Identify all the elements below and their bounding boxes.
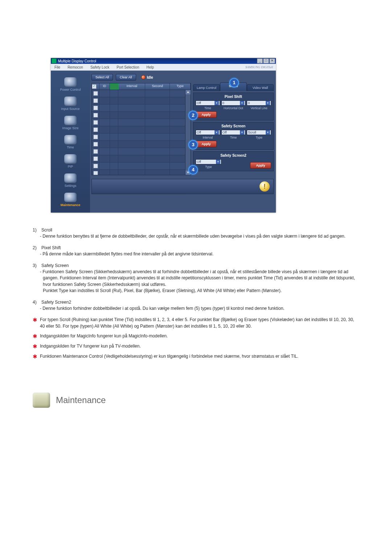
row-checkbox[interactable]	[93, 91, 98, 96]
grid-header: ✓ ID Interval Second Type	[92, 83, 191, 90]
maintenance-icon	[64, 193, 77, 202]
table-row[interactable]	[92, 90, 191, 97]
table-row[interactable]	[92, 119, 191, 126]
sidebar-item-label: Input Source	[51, 107, 90, 111]
callout-3: 3	[188, 140, 198, 149]
row-checkbox[interactable]	[93, 98, 98, 103]
star-icon	[33, 333, 40, 340]
sidebar-item-time[interactable]: Time	[51, 133, 90, 152]
row-checkbox[interactable]	[93, 156, 98, 161]
power-icon	[64, 77, 77, 87]
star-note-body: Indgangskilden for TV fungerer kun på TV…	[40, 343, 359, 350]
col-second: Second	[145, 83, 170, 90]
row-checkbox[interactable]	[93, 106, 98, 110]
table-row[interactable]	[92, 126, 191, 134]
table-row[interactable]	[92, 134, 191, 141]
close-button[interactable]: ✕	[269, 58, 275, 63]
grid-scrollbar[interactable]: ▲ ▼	[185, 90, 191, 175]
table-row[interactable]	[92, 141, 191, 148]
pixel-shift-time-select[interactable]: Off▾	[196, 100, 220, 106]
safety-screen-type-select[interactable]: Scroll▾	[247, 130, 271, 135]
menu-file[interactable]: File	[51, 65, 64, 70]
clear-all-button[interactable]: Clear All	[116, 74, 136, 81]
menu-help[interactable]: Help	[143, 65, 158, 70]
brand-label: SAMSUNG DIGITall	[245, 65, 276, 69]
header-checkbox[interactable]: ✓	[92, 84, 97, 89]
menubar: File Remocon Safety Lock Port Selection …	[51, 64, 276, 71]
doc-item-4: 4) Safety Screen2 Denne funktion forhind…	[33, 299, 359, 312]
table-row[interactable]	[92, 97, 191, 104]
sidebar-item-pip[interactable]: PIP	[51, 152, 90, 171]
minimize-button[interactable]: _	[257, 58, 263, 63]
sidebar-item-maintenance[interactable]: Maintenance	[51, 190, 90, 210]
pixel-shift-apply-button[interactable]: Apply	[196, 111, 217, 118]
sidebar-item-settings[interactable]: Settings	[51, 171, 90, 190]
callout-2: 2	[188, 111, 198, 120]
col-interval: Interval	[119, 83, 145, 90]
idle-dot-icon	[141, 75, 146, 79]
field-label: Horizontal Dot	[224, 106, 243, 110]
sidebar: Power Control Input Source Image Size Ti…	[51, 71, 90, 213]
settings-icon	[64, 173, 77, 183]
chevron-down-icon: ▾	[240, 101, 244, 105]
safety-screen-apply-button[interactable]: Apply	[196, 141, 217, 147]
star-note-body: Funktionen Maintenance Control (Vedligeh…	[40, 353, 359, 360]
chevron-down-icon: ▾	[266, 130, 270, 135]
tab-video-wall[interactable]: Video Wall	[247, 84, 274, 91]
row-checkbox[interactable]	[93, 171, 98, 175]
field-label: Type	[256, 136, 262, 139]
sidebar-item-image-size[interactable]: Image Size	[51, 114, 90, 133]
field-label: Interval	[203, 136, 213, 139]
menu-safety-lock[interactable]: Safety Lock	[87, 65, 113, 70]
table-row[interactable]	[92, 104, 191, 112]
star-note-1: For typen Scroll (Rulning) kan punktet T…	[33, 317, 359, 329]
col-id: ID	[99, 83, 110, 90]
panel-pixel-shift: Pixel Shift Off▾ Time 0▾ Horizontal Dot	[193, 93, 274, 120]
star-icon	[33, 353, 40, 360]
safety-screen-time-select[interactable]: Off▾	[221, 130, 246, 135]
row-checkbox[interactable]	[93, 149, 98, 154]
pixel-shift-vline-select[interactable]: 0▾	[247, 100, 271, 106]
chevron-down-icon: ▾	[240, 130, 244, 135]
maximize-button[interactable]: □	[263, 58, 269, 63]
table-row[interactable]	[92, 155, 191, 163]
table-row[interactable]	[92, 170, 191, 175]
doc-item-2: 2) Pixel Shift På denne måde kan skærmbi…	[33, 245, 359, 258]
safety-screen-interval-select[interactable]: Off▾	[196, 130, 220, 135]
app-icon	[52, 58, 57, 63]
idle-label: Idle	[147, 75, 153, 79]
sidebar-item-input-source[interactable]: Input Source	[51, 94, 90, 114]
row-checkbox[interactable]	[93, 127, 98, 132]
table-row[interactable]	[92, 163, 191, 170]
row-checkbox[interactable]	[93, 142, 98, 147]
pixel-shift-hdot-select[interactable]: 0▾	[221, 100, 246, 106]
pip-icon	[64, 154, 77, 164]
chevron-down-icon: ▾	[266, 101, 270, 105]
row-checkbox[interactable]	[93, 120, 98, 125]
time-icon	[64, 135, 77, 144]
scroll-up-icon[interactable]: ▲	[185, 90, 191, 94]
sidebar-item-label: Image Size	[51, 126, 90, 130]
footer-bar: !	[91, 179, 274, 194]
table-row[interactable]	[92, 148, 191, 155]
row-checkbox[interactable]	[93, 113, 98, 118]
safety-screen2-apply-button[interactable]: Apply	[250, 162, 271, 169]
doc-item-title: Scroll	[41, 227, 52, 233]
star-note-body: For typen Scroll (Rulning) kan punktet T…	[40, 317, 359, 329]
field-label: Time	[230, 136, 237, 139]
section-heading: Maintenance	[33, 393, 392, 408]
doc-text: 1) Scroll Denne funktion benyttes til at…	[33, 227, 359, 360]
row-checkbox[interactable]	[93, 135, 98, 139]
section-heading-text: Maintenance	[56, 395, 106, 405]
col-type: Type	[170, 83, 191, 90]
sidebar-item-power-control[interactable]: Power Control	[51, 75, 90, 94]
select-all-button[interactable]: Select All	[91, 74, 113, 81]
doc-item-title: Safety Screen	[41, 263, 69, 269]
tab-row: Lamp Control Scroll Video Wall 1	[193, 83, 274, 91]
table-row[interactable]	[92, 112, 191, 119]
safety-screen2-type-select[interactable]: Off▾	[196, 159, 221, 164]
menu-port-selection[interactable]: Port Selection	[113, 65, 143, 70]
tab-lamp-control[interactable]: Lamp Control	[193, 84, 220, 91]
menu-remocon[interactable]: Remocon	[64, 65, 87, 70]
row-checkbox[interactable]	[93, 164, 98, 168]
